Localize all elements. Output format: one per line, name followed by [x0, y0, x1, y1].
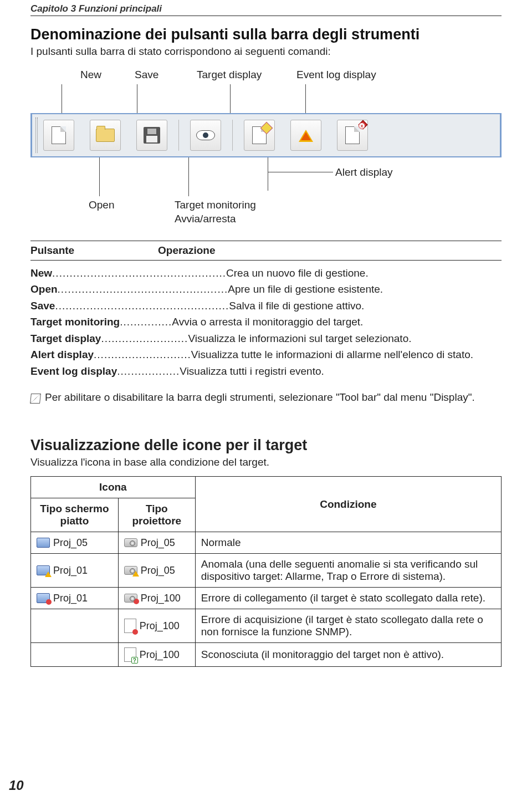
- callout-save: Save: [135, 69, 158, 81]
- new-button[interactable]: [43, 120, 74, 151]
- projector-disconnect-icon: [124, 594, 137, 603]
- note-text: Per abilitare o disabilitare la barra de…: [45, 391, 475, 404]
- callout-target-display: Target display: [197, 69, 262, 81]
- op-desc: Apre un file di gestione esistente.: [228, 281, 502, 297]
- toolbar: x: [30, 113, 502, 157]
- th-tipo-piatto: Tipo schermo piatto: [31, 498, 119, 532]
- th-icona: Icona: [31, 477, 196, 498]
- th-condizione: Condizione: [195, 477, 501, 532]
- save-button[interactable]: [136, 120, 167, 151]
- target-display-button[interactable]: [244, 120, 275, 151]
- condition-cell: Errore di collegamento (il target è stat…: [195, 588, 501, 609]
- note: Per abilitare o disabilitare la barra de…: [30, 391, 502, 404]
- chapter-header: Capitolo 3 Funzioni principali: [30, 0, 502, 16]
- callout-alert-display: Alert display: [335, 166, 393, 178]
- op-name: Event log display: [30, 363, 117, 379]
- icons-section-sub: Visualizza l'icona in base alla condizio…: [30, 456, 502, 468]
- condition-cell: Sconosciuta (il monitoraggio del target …: [195, 643, 501, 667]
- op-name: Target display: [30, 330, 101, 346]
- projector-normal-icon: [124, 538, 137, 547]
- projector-alarm-icon: [124, 566, 137, 575]
- col-pulsante: Pulsante: [30, 241, 158, 260]
- op-name: Target monitoring: [30, 314, 120, 330]
- condition-cell: Normale: [195, 532, 501, 554]
- callout-event-log-display: Event log display: [296, 69, 376, 81]
- toolbar-diagram: New Save Target display Event log displa…: [30, 69, 502, 224]
- table-row: Proj_01 Proj_05 Anomala (una delle segue…: [31, 554, 502, 588]
- monitor-disconnect-icon: [37, 593, 50, 603]
- callout-avvia-arresta: Avvia/arresta: [175, 213, 236, 225]
- callout-new: New: [80, 69, 101, 81]
- op-name: Alert display: [30, 346, 94, 363]
- th-tipo-proiettore: Tipo proiettore: [118, 498, 195, 532]
- alert-display-button[interactable]: [290, 120, 321, 151]
- section-subtitle: I pulsanti sulla barra di stato corrispo…: [30, 45, 502, 58]
- monitor-alarm-icon: [37, 565, 50, 575]
- condition-cell: Errore di acquisizione (il target è stat…: [195, 609, 501, 643]
- page-number: 10: [9, 778, 24, 793]
- unknown-status-icon: ?: [124, 647, 136, 662]
- operation-table-header: Pulsante Operazione: [30, 241, 502, 261]
- op-desc: Visualizza tutte le informazioni di alla…: [191, 346, 502, 363]
- target-monitoring-button[interactable]: [190, 120, 221, 151]
- table-row: Proj_01 Proj_100 Errore di collegamento …: [31, 588, 502, 609]
- acquisition-error-icon: [124, 619, 136, 633]
- op-desc: Visualizza tutti i registri evento.: [180, 363, 502, 379]
- table-row: Proj_05 Proj_05 Normale: [31, 532, 502, 554]
- op-desc: Salva il file di gestione attivo.: [229, 298, 502, 314]
- operation-list: New.....................................…: [30, 265, 502, 379]
- callout-target-monitoring: Target monitoring: [175, 199, 256, 211]
- callout-open: Open: [89, 199, 114, 211]
- op-desc: Crea un nuovo file di gestione.: [226, 265, 502, 281]
- op-name: Open: [30, 281, 58, 297]
- op-name: New: [30, 265, 52, 281]
- table-row: Proj_100 Errore di acquisizione (il targ…: [31, 609, 502, 643]
- section-title: Denominazione dei pulsanti sulla barra d…: [30, 26, 502, 43]
- col-operazione: Operazione: [158, 241, 502, 260]
- icon-condition-table: Icona Condizione Tipo schermo piatto Tip…: [30, 476, 502, 667]
- op-name: Save: [30, 298, 55, 314]
- event-log-display-button[interactable]: x: [337, 120, 368, 151]
- pencil-icon: [30, 394, 41, 404]
- table-row: ?Proj_100 Sconosciuta (il monitoraggio d…: [31, 643, 502, 667]
- monitor-normal-icon: [37, 538, 50, 548]
- condition-cell: Anomala (una delle seguenti anomalie si …: [195, 554, 501, 588]
- open-button[interactable]: [90, 120, 121, 151]
- icons-section-title: Visualizzazione delle icone per il targe…: [30, 437, 502, 454]
- op-desc: Visualizza le informazioni sul target se…: [188, 330, 502, 346]
- op-desc: Avvia o arresta il monitoraggio del targ…: [172, 314, 502, 330]
